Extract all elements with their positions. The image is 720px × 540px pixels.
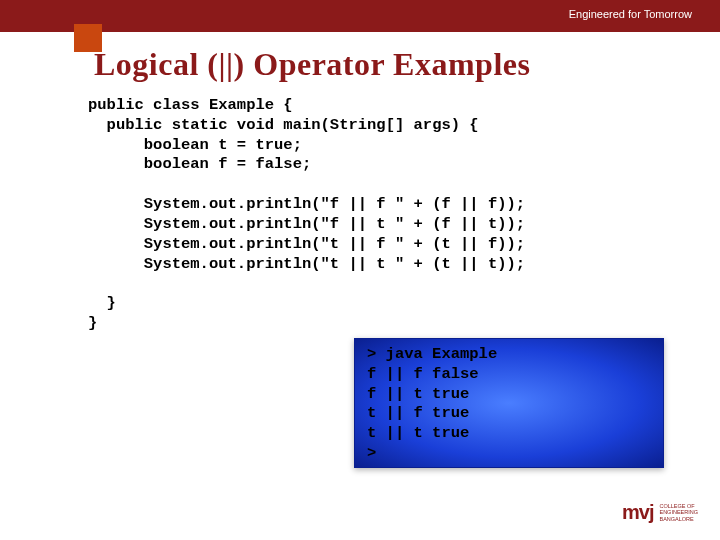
header-bar: Engineered for Tomorrow <box>0 0 720 32</box>
logo-mark: mvj <box>622 501 653 524</box>
slide-title: Logical (||) Operator Examples <box>94 46 530 83</box>
logo: mvj COLLEGE OF ENGINEERING BANGALORE <box>622 501 698 524</box>
logo-line3: BANGALORE <box>659 516 698 522</box>
output-text: > java Example f || f false f || t true … <box>367 345 651 464</box>
accent-block <box>74 24 102 52</box>
logo-line2: ENGINEERING <box>659 509 698 515</box>
header-tagline: Engineered for Tomorrow <box>569 8 692 20</box>
output-box: > java Example f || f false f || t true … <box>354 338 664 468</box>
code-example: public class Example { public static voi… <box>88 96 525 334</box>
logo-subtext: COLLEGE OF ENGINEERING BANGALORE <box>659 503 698 521</box>
